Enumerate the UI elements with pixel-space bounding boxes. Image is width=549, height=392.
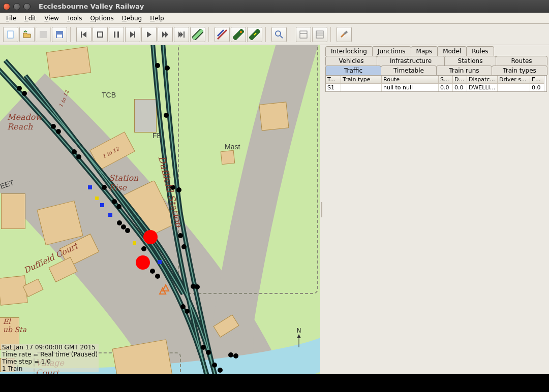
maximize-icon[interactable]: [23, 3, 30, 10]
menu-edit[interactable]: Edit: [20, 14, 40, 23]
panel-button-2[interactable]: [312, 27, 327, 42]
status-rate: Time rate = Real time (Paused): [2, 351, 98, 358]
tab-junctions[interactable]: Junctions: [372, 46, 411, 56]
svg-rect-62: [95, 197, 99, 200]
track-tool-1[interactable]: [190, 27, 205, 42]
side-panel: Interlocking Junctions Maps Model Rules …: [323, 45, 549, 374]
tab-stations[interactable]: Stations: [444, 56, 496, 66]
svg-point-30: [76, 154, 81, 159]
label-tcb: TCB: [102, 91, 116, 99]
tab-rules[interactable]: Rules: [466, 46, 494, 56]
traffic-table[interactable]: T... Train type Route S... Di... Dispatc…: [325, 75, 547, 92]
svg-point-33: [116, 204, 121, 209]
new-button[interactable]: [3, 27, 18, 42]
compass: N: [296, 327, 302, 350]
svg-point-64: [143, 230, 158, 244]
save-button[interactable]: [36, 27, 51, 42]
svg-marker-15: [180, 31, 183, 38]
menu-debug[interactable]: Debug: [118, 14, 146, 23]
tab-routes[interactable]: Routes: [496, 56, 547, 66]
zoom-button[interactable]: [271, 27, 287, 42]
svg-point-34: [117, 220, 122, 225]
col-route[interactable]: Route: [382, 76, 439, 84]
label-meadow-reach: Meadow Reach: [7, 112, 42, 132]
save-as-button[interactable]: [52, 27, 67, 42]
cell-train-type: [341, 84, 382, 91]
svg-point-50: [176, 187, 181, 192]
minimize-icon[interactable]: [13, 3, 20, 10]
tab-train-runs[interactable]: Train runs: [436, 66, 492, 75]
cell-id: S1: [326, 84, 341, 91]
track-tool-3[interactable]: [231, 27, 246, 42]
pause-button[interactable]: [109, 27, 124, 42]
bottom-bar: [0, 374, 549, 392]
stop-button[interactable]: [93, 27, 108, 42]
svg-marker-9: [130, 31, 134, 38]
open-button[interactable]: [19, 27, 35, 42]
label-fb: FB: [152, 132, 162, 140]
col-e[interactable]: E...: [530, 76, 544, 84]
tab-train-types[interactable]: Train types: [492, 66, 547, 75]
svg-point-52: [181, 244, 187, 249]
col-train-type[interactable]: Train type: [341, 76, 382, 84]
label-mast: Mast: [225, 143, 240, 151]
col-s[interactable]: S...: [439, 76, 453, 84]
titlebar: Ecclesbourne Valley Railway: [0, 0, 549, 13]
label-station-rise: Station Rise: [109, 173, 138, 192]
table-row[interactable]: S1 null to null 0.0 0.0 DWELLI... 0.0: [326, 84, 546, 91]
svg-rect-22: [316, 31, 323, 38]
tab-interlocking[interactable]: Interlocking: [325, 46, 373, 56]
svg-point-38: [150, 269, 155, 274]
svg-point-65: [136, 255, 150, 270]
svg-rect-10: [134, 31, 135, 38]
menu-view[interactable]: View: [40, 14, 63, 23]
map-view[interactable]: Meadow Reach Station Rise Duffield Stati…: [0, 45, 320, 374]
col-di[interactable]: Di...: [453, 76, 467, 84]
svg-rect-16: [184, 31, 185, 38]
svg-rect-57: [88, 185, 92, 189]
svg-point-55: [228, 352, 233, 357]
menu-options[interactable]: Options: [86, 14, 117, 23]
cell-route: null to null: [382, 84, 439, 91]
svg-point-44: [212, 363, 217, 368]
tab-maps[interactable]: Maps: [411, 46, 438, 56]
svg-point-36: [125, 228, 130, 233]
status-step: Time step = 1.0: [2, 358, 98, 365]
svg-point-41: [185, 309, 190, 314]
svg-point-28: [56, 129, 61, 134]
track-tool-4[interactable]: [247, 27, 262, 42]
skip-end-button[interactable]: [174, 27, 189, 42]
tab-timetable[interactable]: Timetable: [381, 66, 437, 75]
fast-forward-button[interactable]: [158, 27, 173, 42]
menu-help[interactable]: Help: [146, 14, 168, 23]
main-area: Meadow Reach Station Rise Duffield Stati…: [0, 45, 549, 374]
tab-model[interactable]: Model: [437, 46, 467, 56]
tab-infrastructure[interactable]: Infrastructure: [377, 56, 445, 66]
settings-button[interactable]: [337, 27, 352, 42]
svg-point-25: [17, 86, 22, 91]
svg-point-56: [233, 353, 238, 358]
toolbar: [0, 24, 549, 45]
col-t[interactable]: T...: [326, 76, 341, 84]
tab-traffic[interactable]: Traffic: [325, 66, 381, 75]
col-dispatch[interactable]: Dispatc...: [467, 76, 498, 84]
track-tool-2[interactable]: [215, 27, 230, 42]
svg-rect-61: [158, 260, 162, 264]
skip-start-button[interactable]: [76, 27, 92, 42]
step-button[interactable]: [125, 27, 140, 42]
svg-point-39: [155, 274, 160, 279]
svg-marker-5: [82, 31, 86, 38]
svg-rect-58: [100, 203, 104, 207]
cell-di: 0.0: [453, 84, 467, 91]
table-header: T... Train type Route S... Di... Dispatc…: [326, 76, 546, 84]
menu-file[interactable]: File: [2, 14, 20, 23]
close-icon[interactable]: [3, 3, 10, 10]
tab-vehicles[interactable]: Vehicles: [325, 56, 377, 66]
panel-button-1[interactable]: [296, 27, 311, 42]
tab-row-1: Interlocking Junctions Maps Model Rules: [323, 46, 549, 56]
svg-point-27: [51, 124, 56, 129]
menu-tools[interactable]: Tools: [63, 14, 86, 23]
col-driver[interactable]: Driver s...: [498, 76, 530, 84]
cell-s: 0.0: [439, 84, 453, 91]
play-button[interactable]: [141, 27, 157, 42]
